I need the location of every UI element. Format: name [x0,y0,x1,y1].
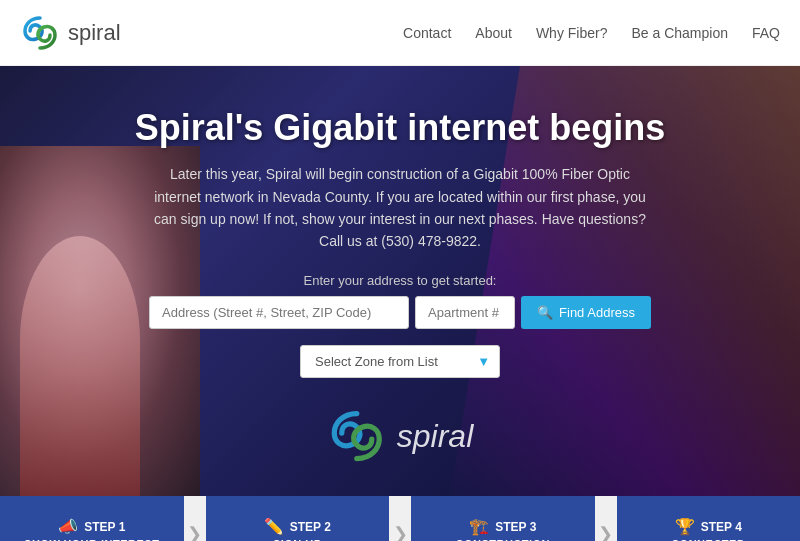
step-3-inner: 🏗️ STEP 3 CONSTRUCTION [455,517,550,541]
step-1-number: STEP 1 [84,520,125,534]
step-1-inner: 📣 STEP 1 SHOW YOUR INTEREST [24,517,159,541]
step-4[interactable]: 🏆 STEP 4 CONNECTED [617,496,801,541]
nav: Contact About Why Fiber? Be a Champion F… [403,25,780,41]
header: spiral Contact About Why Fiber? Be a Cha… [0,0,800,66]
step-2-inner: ✏️ STEP 2 SIGN UP [264,517,331,541]
hero-form: 🔍 Find Address [149,296,651,329]
nav-why-fiber[interactable]: Why Fiber? [536,25,608,41]
hero-section: Spiral's Gigabit internet begins Later t… [0,66,800,496]
step-arrow-3: ❯ [595,496,617,541]
pencil-icon: ✏️ [264,517,284,536]
hero-form-label: Enter your address to get started: [304,273,497,288]
step-1[interactable]: 📣 STEP 1 SHOW YOUR INTEREST [0,496,184,541]
step-3[interactable]: 🏗️ STEP 3 CONSTRUCTION [411,496,595,541]
hero-subtitle: Later this year, Spiral will begin const… [150,163,650,253]
nav-about[interactable]: About [475,25,512,41]
nav-contact[interactable]: Contact [403,25,451,41]
address-input[interactable] [149,296,409,329]
watermark-spiral-icon [327,406,387,466]
step-4-top: 🏆 STEP 4 [675,517,742,536]
nav-faq[interactable]: FAQ [752,25,780,41]
megaphone-icon: 📣 [58,517,78,536]
find-address-button[interactable]: 🔍 Find Address [521,296,651,329]
zone-select[interactable]: Select Zone from List Zone 1 Zone 2 Zone… [300,345,500,378]
logo: spiral [20,13,121,53]
nav-champion[interactable]: Be a Champion [631,25,728,41]
step-arrow-2: ❯ [389,496,411,541]
zone-select-wrap: Select Zone from List Zone 1 Zone 2 Zone… [300,345,500,378]
logo-text: spiral [68,20,121,46]
apartment-input[interactable] [415,296,515,329]
steps-footer: 📣 STEP 1 SHOW YOUR INTEREST ❯ ✏️ STEP 2 … [0,496,800,541]
find-button-label: Find Address [559,305,635,320]
step-3-number: STEP 3 [495,520,536,534]
step-arrow-1: ❯ [184,496,206,541]
watermark-logo-text: spiral [397,418,473,455]
step-3-top: 🏗️ STEP 3 [469,517,536,536]
step-1-top: 📣 STEP 1 [58,517,125,536]
step-2-top: ✏️ STEP 2 [264,517,331,536]
search-icon: 🔍 [537,305,553,320]
construction-icon: 🏗️ [469,517,489,536]
hero-title: Spiral's Gigabit internet begins [135,106,666,149]
logo-icon [20,13,60,53]
step-4-number: STEP 4 [701,520,742,534]
step-4-inner: 🏆 STEP 4 CONNECTED [671,517,745,541]
hero-watermark-logo: spiral [327,406,473,466]
step-2-number: STEP 2 [290,520,331,534]
step-2[interactable]: ✏️ STEP 2 SIGN UP [206,496,390,541]
trophy-icon: 🏆 [675,517,695,536]
